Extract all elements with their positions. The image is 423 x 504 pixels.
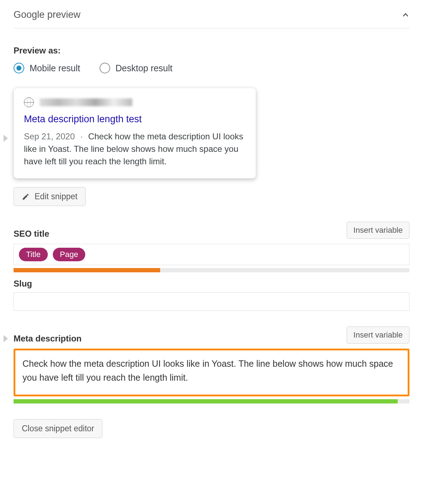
snippet-title[interactable]: Meta description length test [24,114,246,125]
edit-snippet-label: Edit snippet [35,192,77,201]
preview-as-label: Preview as: [14,46,409,56]
radio-desktop-label: Desktop result [116,63,173,73]
seo-title-input[interactable]: Title Page [14,244,409,265]
anchor-caret-icon [4,135,8,142]
progress-fill [14,268,160,272]
meta-description-input[interactable]: Check how the meta description UI looks … [14,349,409,396]
close-snippet-editor-button[interactable]: Close snippet editor [14,419,102,438]
separator-dot: · [76,132,87,141]
meta-description-progress [14,399,409,403]
radio-icon [14,63,24,73]
seo-title-label: SEO title [14,229,49,239]
section-title: Google preview [14,9,81,20]
seo-title-field: SEO title Insert variable Title Page [14,222,409,272]
slug-label: Slug [14,279,32,289]
progress-fill [14,399,398,403]
snippet-date: Sep 21, 2020 [24,132,75,141]
chevron-up-icon [402,11,409,19]
snippet-url-placeholder [40,98,132,106]
meta-description-field: Meta description Insert variable Check h… [14,326,409,403]
insert-variable-button[interactable]: Insert variable [347,326,409,344]
radio-desktop-result[interactable]: Desktop result [100,63,173,73]
variable-pill-page[interactable]: Page [53,248,85,261]
globe-icon [24,97,34,107]
radio-mobile-label: Mobile result [30,63,80,73]
snippet-preview-card: Meta description length test Sep 21, 202… [14,88,256,179]
preview-as-radio-group: Mobile result Desktop result [14,63,409,73]
snippet-description[interactable]: Sep 21, 2020 · Check how the meta descri… [24,130,246,168]
google-preview-section-header[interactable]: Google preview [14,0,409,29]
edit-snippet-button[interactable]: Edit snippet [14,187,86,206]
meta-description-label: Meta description [14,334,82,344]
pencil-icon [22,193,30,201]
slug-field: Slug [14,279,409,311]
anchor-caret-icon [4,335,8,342]
seo-title-progress [14,268,409,272]
insert-variable-button[interactable]: Insert variable [347,222,409,239]
slug-input[interactable] [14,292,409,311]
radio-icon [100,63,110,73]
radio-mobile-result[interactable]: Mobile result [14,63,80,73]
variable-pill-title[interactable]: Title [19,248,48,261]
